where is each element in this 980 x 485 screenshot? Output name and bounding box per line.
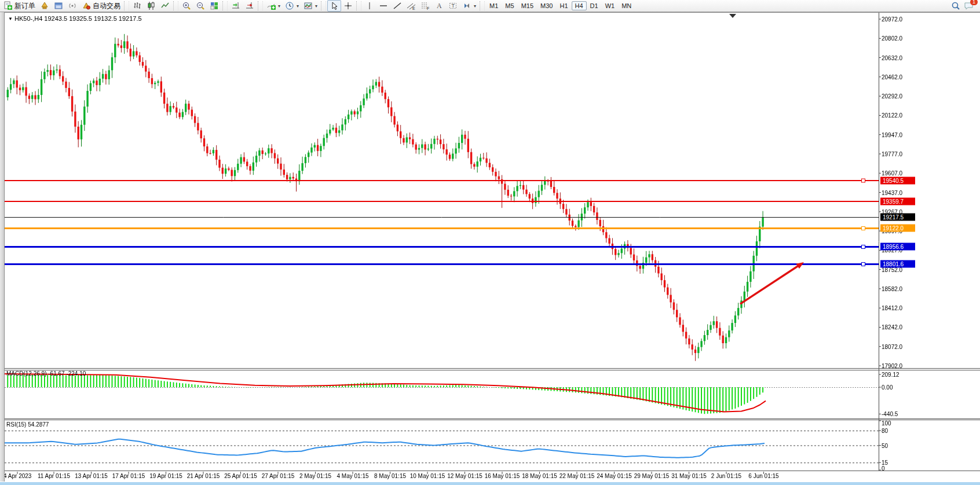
candlestick-button[interactable] xyxy=(144,0,158,12)
autotrade-icon xyxy=(82,1,91,10)
time-axis-label: 18 May 01:15 xyxy=(522,473,557,479)
chevron-down-icon[interactable]: ▾ xyxy=(315,3,317,9)
price-axis-tick: 18412.0 xyxy=(882,305,902,311)
time-axis-label: 29 May 01:15 xyxy=(634,473,670,479)
fibonacci-button[interactable]: F xyxy=(418,0,432,12)
price-axis-tick: 20122.0 xyxy=(882,112,902,119)
channel-icon: E xyxy=(407,1,416,10)
price-axis-tick: 19947.0 xyxy=(882,131,902,138)
price-axis-tick: 19607.0 xyxy=(882,170,902,177)
vline-button[interactable] xyxy=(363,0,376,12)
time-axis-label: 4 May 01:15 xyxy=(337,473,368,479)
price-line-badge: 19122.0 xyxy=(880,224,915,232)
bars-icon xyxy=(133,1,142,10)
timeframe-m5-button[interactable]: M5 xyxy=(502,1,517,10)
indicators-icon xyxy=(266,1,276,10)
trendline-button[interactable] xyxy=(390,0,404,12)
svg-text:T: T xyxy=(452,3,455,9)
signals-button[interactable] xyxy=(65,0,79,12)
ohlc-high: 19325.5 xyxy=(69,15,92,22)
svg-text:F: F xyxy=(427,6,429,10)
chart-dropdown-icon[interactable]: ▼ xyxy=(8,16,13,21)
time-axis-label: 17 Apr 01:15 xyxy=(112,473,145,479)
autoscroll-icon xyxy=(231,1,240,10)
zoom-in-button[interactable] xyxy=(180,0,193,12)
toolbar-separator xyxy=(222,1,228,10)
time-axis-label: 11 Apr 01:15 xyxy=(38,473,70,479)
hline-button[interactable] xyxy=(376,0,390,12)
price-axis-tick: 18242.0 xyxy=(882,324,902,330)
search-button[interactable] xyxy=(951,1,960,10)
time-axis-label: 13 Apr 01:15 xyxy=(75,473,108,479)
zoom-out-button[interactable] xyxy=(193,0,207,12)
text-icon: A xyxy=(434,1,444,10)
rsi-axis-tick: 100 xyxy=(882,420,891,427)
rsi-indicator-label: RSI(15) 54.2877 xyxy=(6,421,49,428)
chevron-down-icon[interactable]: ▾ xyxy=(278,3,280,9)
timeframe-m1-button[interactable]: M1 xyxy=(486,1,502,10)
time-axis-label: 2 May 01:15 xyxy=(299,473,331,479)
price-axis-tick: 20972.0 xyxy=(882,16,902,23)
new-order-button[interactable]: 新订单 xyxy=(1,0,38,12)
time-axis-label: 31 May 01:15 xyxy=(671,473,707,479)
crosshair-button[interactable] xyxy=(341,0,355,12)
market-watch-button[interactable] xyxy=(52,0,65,12)
ohlc-low: 19132.5 xyxy=(94,15,117,22)
auto-scroll-button[interactable] xyxy=(229,0,243,12)
time-axis-label: 22 May 01:15 xyxy=(560,473,595,479)
price-axis-tick: 18072.0 xyxy=(882,343,902,350)
templates-button[interactable]: ▾ xyxy=(301,0,320,12)
price-line-badge: 18801.6 xyxy=(880,260,915,268)
chevron-down-icon[interactable]: ▾ xyxy=(474,3,476,9)
price-line-badge: 18956.6 xyxy=(880,243,915,251)
line-chart-button[interactable] xyxy=(158,0,172,12)
toolbar-separator xyxy=(258,1,263,10)
autotrade-button[interactable]: 自动交易 xyxy=(79,0,123,12)
time-axis-label: 10 May 01:15 xyxy=(410,473,445,479)
bar-chart-button[interactable] xyxy=(130,0,144,12)
mt4-terminal-window: 新订单自动交易▾▾▾EFAT▾M1M5M15M30H1H4D1W1MN1 ▼ H… xyxy=(0,0,980,485)
label-button[interactable]: T xyxy=(446,0,460,12)
zoom-in-icon xyxy=(182,1,191,10)
clock-icon xyxy=(285,1,294,10)
candles-icon xyxy=(147,1,156,10)
price-axis-tick: 20632.0 xyxy=(882,54,902,61)
arrows-tool-button[interactable]: ▾ xyxy=(460,0,478,12)
styler-button[interactable] xyxy=(38,0,52,12)
channel-button[interactable]: E xyxy=(404,0,418,12)
new-order-icon xyxy=(3,1,13,10)
svg-text:A: A xyxy=(437,2,442,10)
macd-axis-tick: 209.12 xyxy=(882,372,899,378)
indicators-button[interactable]: ▾ xyxy=(264,0,283,12)
timeframe-mn-button[interactable]: MN xyxy=(618,1,635,10)
chevron-down-icon[interactable]: ▾ xyxy=(297,3,299,9)
time-axis-label: 12 May 01:15 xyxy=(447,473,482,479)
timeframe-h1-button[interactable]: H1 xyxy=(556,1,571,10)
text-button[interactable]: A xyxy=(432,0,446,12)
notifications-button[interactable]: 1 xyxy=(964,1,974,10)
timeframe-w1-button[interactable]: W1 xyxy=(602,1,619,10)
chartshift-icon xyxy=(245,1,254,10)
price-line-badge: 19540.5 xyxy=(880,177,915,185)
periods-button[interactable]: ▾ xyxy=(283,0,301,12)
symbol-period-label: HK50-,H4 xyxy=(14,15,42,22)
timeframe-m15-button[interactable]: M15 xyxy=(518,1,537,10)
timeframe-h4-button[interactable]: H4 xyxy=(572,1,587,10)
tile-icon xyxy=(210,1,219,10)
timeframe-d1-button[interactable]: D1 xyxy=(587,1,602,10)
toolbar-separator xyxy=(173,1,178,10)
cursor-button[interactable] xyxy=(327,0,341,12)
chart-canvas[interactable] xyxy=(0,0,980,485)
vline-icon xyxy=(365,1,374,10)
svg-text:E: E xyxy=(412,6,415,10)
tile-windows-button[interactable] xyxy=(207,0,221,12)
price-line-badge: 19359.7 xyxy=(880,197,915,205)
time-axis-label: 19 Apr 01:15 xyxy=(149,473,182,479)
zoom-out-icon xyxy=(196,1,205,10)
timeframe-m30-button[interactable]: M30 xyxy=(537,1,556,10)
chart-shift-button[interactable] xyxy=(243,0,257,12)
toolbar-separator xyxy=(321,1,326,10)
new-order-button-label: 新订单 xyxy=(14,1,35,11)
chart-title: ▼ HK50-,H4 19243.5 19325.5 19132.5 19217… xyxy=(8,15,142,22)
price-axis-tick: 17902.0 xyxy=(882,363,902,369)
